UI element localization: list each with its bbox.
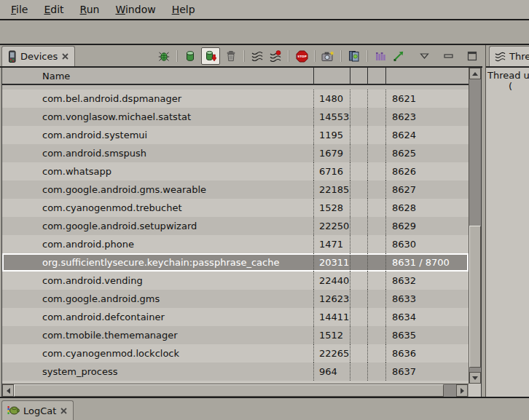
stop-sign-icon[interactable]: STOP bbox=[294, 48, 309, 64]
cell-port: 8633 bbox=[385, 290, 469, 308]
profiling-red-dot-icon[interactable] bbox=[268, 48, 283, 64]
threads-message-line2: ( bbox=[486, 81, 529, 92]
column-header-threads[interactable] bbox=[367, 68, 385, 84]
up-arrow-icon bbox=[472, 72, 478, 76]
cell-h bbox=[350, 253, 367, 272]
menu-window[interactable]: Window bbox=[107, 1, 163, 17]
table-row-selected[interactable]: org.sufficientlysecure.keychain:passphra… bbox=[2, 253, 469, 272]
cell-h bbox=[350, 308, 367, 326]
cell-name: com.tmobile.thememanager bbox=[2, 326, 313, 344]
menu-edit[interactable]: Edit bbox=[36, 1, 71, 17]
threads-zigzag-icon bbox=[495, 51, 506, 62]
table-row[interactable]: com.android.smspush16798625 bbox=[2, 144, 469, 162]
cell-name: com.google.android.gms.wearable bbox=[2, 181, 313, 199]
maximize-icon[interactable] bbox=[465, 48, 479, 64]
cell-name: com.cyanogenmod.trebuchet bbox=[2, 199, 313, 217]
menu-help[interactable]: Help bbox=[164, 1, 203, 17]
svg-text:STOP: STOP bbox=[297, 55, 307, 58]
cell-name: com.android.systemui bbox=[2, 126, 313, 144]
threads-tabbar: Threa bbox=[486, 45, 529, 68]
vertical-scrollbar-thumb[interactable] bbox=[469, 226, 481, 368]
main-toolbar-empty bbox=[0, 20, 529, 45]
table-row[interactable]: com.android.phone14718630 bbox=[2, 235, 469, 253]
devices-view: Devices bbox=[0, 45, 482, 397]
column-header-pid[interactable] bbox=[313, 68, 350, 84]
threads-message-area: Thread up ( bbox=[486, 68, 529, 397]
toolbar-separator bbox=[367, 50, 368, 62]
menu-file[interactable]: File bbox=[3, 1, 36, 17]
purple-bars-icon[interactable] bbox=[373, 48, 388, 64]
threads-zigzag-icon[interactable] bbox=[250, 48, 264, 64]
cell-h bbox=[350, 126, 367, 144]
cell-pid: 964 bbox=[313, 362, 350, 381]
camera-capture-icon[interactable] bbox=[321, 48, 335, 64]
table-row[interactable]: com.vonglasow.michael.satstat145538623 bbox=[2, 108, 469, 126]
heap-dump-icon[interactable] bbox=[201, 47, 220, 65]
cell-pid: 1195 bbox=[313, 126, 350, 144]
cell-port: 8623 bbox=[385, 108, 469, 126]
column-header-port[interactable] bbox=[385, 68, 469, 84]
green-arrow-chart-icon[interactable] bbox=[391, 48, 406, 64]
table-row[interactable]: com.bel.android.dspmanager14808621 bbox=[2, 90, 469, 108]
cell-t bbox=[367, 362, 385, 381]
cell-t bbox=[367, 108, 385, 126]
horizontal-scrollbar-thumb[interactable] bbox=[14, 384, 444, 397]
cell-name: com.android.defcontainer bbox=[2, 308, 313, 326]
cell-h bbox=[350, 90, 367, 108]
table-row[interactable]: com.android.systemui11958624 bbox=[2, 126, 469, 144]
left-arrow-icon bbox=[7, 388, 10, 394]
close-icon[interactable] bbox=[60, 407, 68, 415]
cell-port: 8635 bbox=[385, 326, 469, 344]
view-menu-icon[interactable] bbox=[417, 48, 431, 64]
cell-pid: 1679 bbox=[313, 144, 350, 162]
scroll-down-button[interactable] bbox=[469, 372, 481, 384]
column-header-name[interactable]: Name bbox=[2, 68, 313, 84]
cell-port: 8624 bbox=[385, 126, 469, 144]
tab-threads[interactable]: Threa bbox=[489, 46, 529, 66]
table-row[interactable]: com.google.android.gms126238633 bbox=[2, 290, 469, 308]
table-row[interactable]: com.google.android.setupwizard222508629 bbox=[2, 217, 469, 235]
cell-t bbox=[367, 144, 385, 162]
horizontal-scrollbar[interactable] bbox=[2, 384, 469, 397]
scroll-right-button[interactable] bbox=[456, 384, 468, 397]
menu-run[interactable]: Run bbox=[72, 1, 108, 17]
table-row[interactable]: com.cyanogenmod.trebuchet15288628 bbox=[2, 199, 469, 217]
cell-h bbox=[350, 162, 367, 181]
cell-port: 8629 bbox=[385, 217, 469, 235]
table-row[interactable]: com.google.android.gms.wearable221858627 bbox=[2, 181, 469, 199]
scroll-up-button[interactable] bbox=[469, 68, 481, 79]
cell-h bbox=[350, 290, 367, 308]
column-header-heap[interactable] bbox=[350, 68, 367, 84]
tab-devices[interactable]: Devices bbox=[1, 46, 75, 66]
device-screens-icon[interactable] bbox=[347, 48, 361, 64]
scroll-left-button[interactable] bbox=[2, 384, 14, 397]
cell-h bbox=[350, 181, 367, 199]
cell-t bbox=[367, 235, 385, 253]
table-row[interactable]: com.android.defcontainer144118634 bbox=[2, 308, 469, 326]
tab-threads-label: Threa bbox=[509, 51, 529, 62]
vertical-scrollbar[interactable] bbox=[469, 68, 481, 384]
trash-icon[interactable] bbox=[224, 48, 238, 64]
table-row[interactable]: com.whatsapp67168626 bbox=[2, 162, 469, 181]
tab-logcat[interactable]: LogCat bbox=[1, 400, 74, 420]
table-row[interactable]: com.cyanogenmod.lockclock222658636 bbox=[2, 344, 469, 362]
cell-pid: 22185 bbox=[313, 181, 350, 199]
minimize-icon[interactable] bbox=[441, 48, 455, 64]
cell-t bbox=[367, 90, 385, 108]
threads-message-line1: Thread up bbox=[486, 70, 529, 81]
toolbar-separator bbox=[243, 50, 245, 62]
cell-pid: 22440 bbox=[313, 272, 350, 290]
cell-t bbox=[367, 217, 385, 235]
cell-t bbox=[367, 308, 385, 326]
close-icon[interactable] bbox=[61, 52, 69, 60]
cell-t bbox=[367, 253, 385, 272]
cell-name: com.google.android.gms bbox=[2, 290, 313, 308]
debug-bug-icon[interactable] bbox=[157, 48, 171, 64]
phone-icon bbox=[7, 50, 17, 63]
heap-cylinder-icon[interactable] bbox=[183, 48, 197, 64]
cell-pid: 12623 bbox=[313, 290, 350, 308]
cell-name: com.whatsapp bbox=[2, 162, 313, 181]
table-row[interactable]: com.tmobile.thememanager15128635 bbox=[2, 326, 469, 344]
table-row[interactable]: system_process9648637 bbox=[2, 362, 469, 381]
table-row[interactable]: com.android.vending224408632 bbox=[2, 272, 469, 290]
